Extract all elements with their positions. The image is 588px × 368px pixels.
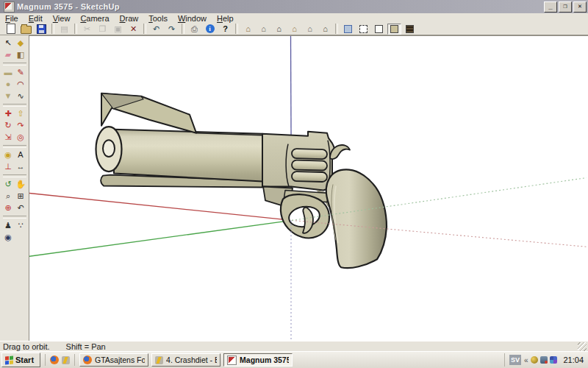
tool-look-around[interactable]: ◉ xyxy=(3,232,14,243)
tool-dimension[interactable]: ↔ xyxy=(15,161,26,172)
tool-paint-bucket[interactable]: ◧ xyxy=(15,49,26,60)
menu-file[interactable]: File xyxy=(0,14,24,23)
tool-make-component[interactable]: ◆ xyxy=(15,38,26,49)
tool-rectangle[interactable]: ▬ xyxy=(3,67,14,78)
copy-button[interactable]: ❐ xyxy=(96,24,110,35)
tool-zoom-previous[interactable]: ↶ xyxy=(15,202,26,213)
language-indicator[interactable]: SV xyxy=(509,355,521,365)
walk-icon: ∵ xyxy=(18,222,24,230)
close-button[interactable]: ✕ xyxy=(573,1,587,13)
quicklaunch-firefox-icon[interactable] xyxy=(50,355,59,364)
help-button[interactable]: ? xyxy=(218,24,232,35)
tool-freehand[interactable]: ∿ xyxy=(15,91,26,102)
line-icon: ✎ xyxy=(17,68,24,77)
menu-help[interactable]: Help xyxy=(212,14,239,23)
new-button[interactable] xyxy=(4,24,18,35)
tool-orbit[interactable]: ↺ xyxy=(3,179,14,190)
tool-position-camera[interactable]: ♟ xyxy=(3,220,14,231)
tool-scale[interactable]: ⇲ xyxy=(3,132,14,143)
tool-zoom-window[interactable]: ⊞ xyxy=(15,191,26,202)
windows-flag-icon xyxy=(5,355,13,364)
print-preview-button[interactable]: ▤ xyxy=(57,24,71,35)
menu-camera[interactable]: Camera xyxy=(75,14,114,23)
tray-overflow-chevron[interactable]: « xyxy=(524,356,528,364)
tool-eraser[interactable]: ▰ xyxy=(3,49,14,60)
taskbar-task-winamp[interactable]: 4. Crashdiet - Brea... xyxy=(151,353,220,367)
circle-icon: ● xyxy=(6,80,11,88)
face-style-wireframe-button[interactable] xyxy=(356,24,370,35)
open-icon xyxy=(21,26,32,34)
tool-pan[interactable]: ✋ xyxy=(15,179,26,190)
save-button[interactable] xyxy=(35,24,49,35)
menu-edit[interactable]: Edit xyxy=(24,14,48,23)
zoom-window-icon: ⊞ xyxy=(17,192,24,200)
view-iso-button[interactable]: ⌂ xyxy=(241,24,255,35)
face-style-hidden-line-button[interactable] xyxy=(372,24,386,35)
view-top-icon: ⌂ xyxy=(261,25,266,33)
model-info-button[interactable]: i xyxy=(203,24,217,35)
palette-separator xyxy=(3,145,26,148)
make-component-icon: ◆ xyxy=(18,39,24,47)
tool-select[interactable]: ↖ xyxy=(3,38,14,49)
view-top-button[interactable]: ⌂ xyxy=(257,24,270,35)
rotate-icon: ↻ xyxy=(4,121,11,130)
view-back-button[interactable]: ⌂ xyxy=(303,24,317,35)
task-label: Magnum 3575 - Sket... xyxy=(240,355,289,364)
menu-draw[interactable]: Draw xyxy=(115,14,144,23)
3d-viewport[interactable] xyxy=(29,35,588,341)
face-style-shaded-textures-button[interactable] xyxy=(403,24,417,35)
tool-follow-me[interactable]: ↷ xyxy=(15,120,26,131)
tool-zoom-extents[interactable]: ⊕ xyxy=(3,202,14,213)
restore-button[interactable]: ❐ xyxy=(559,1,572,13)
undo-button[interactable]: ↶ xyxy=(149,24,163,35)
view-right-button[interactable]: ⌂ xyxy=(287,24,301,35)
revolver-model[interactable] xyxy=(96,93,387,268)
freehand-icon: ∿ xyxy=(17,92,24,100)
tool-rotate[interactable]: ↻ xyxy=(3,120,14,131)
face-style-shaded-button[interactable] xyxy=(387,24,401,35)
model-canvas[interactable] xyxy=(29,36,588,341)
tool-walk[interactable]: ∵ xyxy=(15,220,26,231)
firefox-icon xyxy=(83,355,92,364)
shaded-textures-cube-icon xyxy=(406,25,414,33)
tool-move[interactable]: ✚ xyxy=(3,108,14,119)
tool-tape-measure[interactable]: ◉ xyxy=(3,149,14,160)
tray-person-icon[interactable] xyxy=(540,356,548,364)
tray-gold-icon[interactable] xyxy=(531,356,538,364)
taskbar-task-sketchup[interactable]: Magnum 3575 - Sket... xyxy=(223,353,293,367)
quicklaunch-winamp-icon[interactable] xyxy=(62,356,70,364)
tool-push-pull[interactable]: ⇧ xyxy=(15,108,26,119)
face-style-xray-button[interactable] xyxy=(341,24,355,35)
pan-icon: ✋ xyxy=(15,180,26,188)
erase-button[interactable]: ✕ xyxy=(126,24,140,35)
view-back-icon: ⌂ xyxy=(307,25,312,33)
redo-button[interactable]: ↷ xyxy=(165,24,179,35)
menu-window[interactable]: Window xyxy=(173,14,212,23)
tool-axes[interactable]: ⊥ xyxy=(3,161,14,172)
tool-offset[interactable]: ◎ xyxy=(15,132,26,143)
move-icon: ✚ xyxy=(4,110,11,118)
push-pull-icon: ⇧ xyxy=(17,110,24,118)
start-button[interactable]: Start xyxy=(1,353,40,367)
view-left-icon: ⌂ xyxy=(323,25,328,33)
menu-tools[interactable]: Tools xyxy=(143,14,173,23)
print-button[interactable]: ⎙ xyxy=(187,24,201,35)
tray-msn-icon[interactable] xyxy=(550,356,557,364)
view-left-button[interactable]: ⌂ xyxy=(318,24,332,35)
task-buttons: GTAsajtens Forum -...4. Crashdiet - Brea… xyxy=(79,353,295,367)
open-button[interactable] xyxy=(19,24,33,35)
tool-arc[interactable]: ◠ xyxy=(15,79,26,90)
tool-circle[interactable]: ● xyxy=(3,79,14,90)
tool-zoom[interactable]: ⌕ xyxy=(3,191,14,202)
paste-button[interactable]: ▣ xyxy=(111,24,125,35)
resize-grip[interactable] xyxy=(578,342,587,351)
view-front-button[interactable]: ⌂ xyxy=(272,24,286,35)
tool-text[interactable]: A xyxy=(15,149,26,160)
menu-view[interactable]: View xyxy=(48,14,76,23)
cut-button[interactable]: ✂ xyxy=(80,24,94,35)
tool-polygon[interactable]: ▼ xyxy=(3,91,14,102)
taskbar-task-firefox[interactable]: GTAsajtens Forum -... xyxy=(79,353,148,367)
tool-line[interactable]: ✎ xyxy=(15,67,26,78)
status-bar: Drag to orbit. Shift = Pan xyxy=(0,341,588,351)
minimize-button[interactable]: _ xyxy=(544,1,557,13)
